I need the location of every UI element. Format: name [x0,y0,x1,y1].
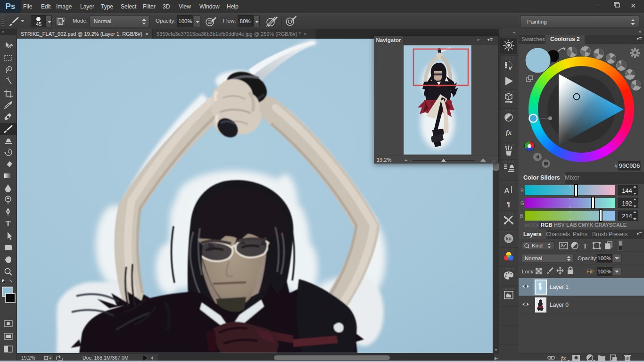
svg-text:R: R [520,188,524,193]
svg-text:T: T [6,220,11,228]
svg-text:90C0D6: 90C0D6 [619,163,640,170]
svg-text:Fill:: Fill: [586,269,595,274]
svg-text:¶: ¶ [507,200,511,208]
svg-text:#: # [614,162,618,169]
svg-text:100%: 100% [597,269,611,274]
svg-text:Opacity:: Opacity: [578,255,597,261]
svg-text:LAB: LAB [566,222,577,228]
svg-text:192: 192 [622,200,632,207]
svg-text:Normal: Normal [525,255,542,261]
svg-text:Layer 0: Layer 0 [550,302,569,308]
svg-text:Kind: Kind [532,243,543,248]
svg-text:214: 214 [622,213,632,220]
svg-text:B: B [520,214,523,219]
svg-text:RGB: RGB [541,222,553,228]
svg-text:GRAYSCALE: GRAYSCALE [594,222,627,228]
svg-text:MODE: MODE [525,222,540,228]
svg-text:fx: fx [506,129,512,136]
svg-text:«: « [513,30,515,35]
svg-text:CMYK: CMYK [578,222,593,228]
svg-text:HSV: HSV [554,222,565,228]
svg-text:100%: 100% [597,255,611,261]
svg-text:A: A [504,186,510,194]
svg-text:144: 144 [622,187,632,194]
svg-text:G: G [520,201,524,206]
svg-text:ku: ku [506,236,512,241]
svg-text:T: T [583,242,587,250]
svg-text:Lock:: Lock: [522,269,535,274]
svg-text:Layer 1: Layer 1 [550,284,569,290]
